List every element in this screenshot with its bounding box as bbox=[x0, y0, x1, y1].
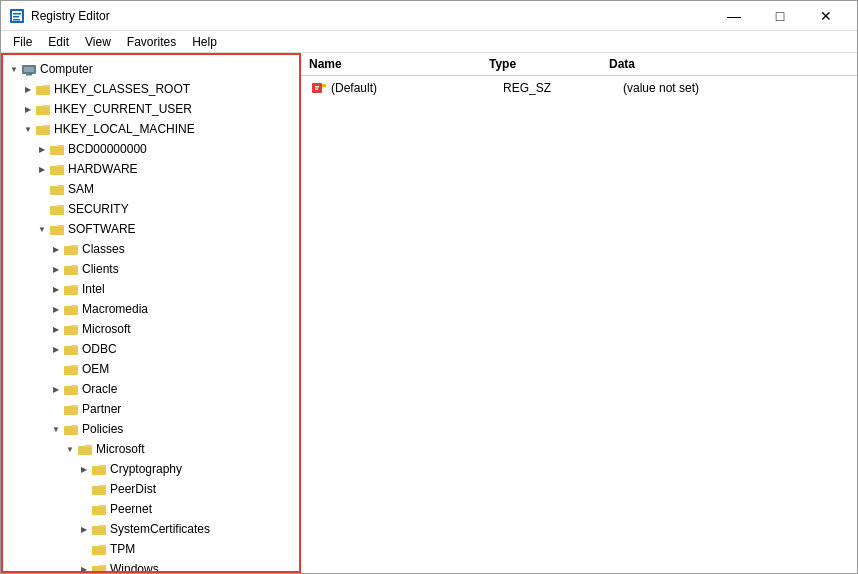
tree-item-peerdist[interactable]: PeerDist bbox=[3, 479, 299, 499]
expand-microsoft-sw[interactable]: ▶ bbox=[49, 322, 63, 336]
svg-rect-25 bbox=[64, 426, 78, 435]
tree-label-software: SOFTWARE bbox=[68, 222, 136, 236]
svg-rect-20 bbox=[64, 326, 78, 335]
tree-item-hkcu[interactable]: ▶ HKEY_CURRENT_USER bbox=[3, 99, 299, 119]
tree-item-windows[interactable]: ▶ Windows bbox=[3, 559, 299, 573]
tree-item-partner[interactable]: Partner bbox=[3, 399, 299, 419]
svg-rect-37 bbox=[315, 86, 319, 88]
tree-item-hardware[interactable]: ▶ HARDWARE bbox=[3, 159, 299, 179]
tree-label-peerdist: PeerDist bbox=[110, 482, 156, 496]
expand-windows[interactable]: ▶ bbox=[77, 562, 91, 573]
svg-rect-32 bbox=[92, 566, 106, 573]
left-pane[interactable]: ▼ Computer ▶ HKEY_CLASSES_ROOT bbox=[1, 53, 301, 573]
tree-label-clients: Clients bbox=[82, 262, 119, 276]
tree-label-oracle: Oracle bbox=[82, 382, 117, 396]
tree-item-systemcerts[interactable]: ▶ SystemCertificates bbox=[3, 519, 299, 539]
svg-rect-23 bbox=[64, 386, 78, 395]
registry-tree: ▼ Computer ▶ HKEY_CLASSES_ROOT bbox=[3, 55, 299, 573]
tree-label-tpm: TPM bbox=[110, 542, 135, 556]
expand-computer[interactable]: ▼ bbox=[7, 62, 21, 76]
folder-icon-software bbox=[49, 222, 65, 236]
svg-rect-38 bbox=[315, 89, 318, 91]
reg-entry-default[interactable]: (Default) REG_SZ (value not set) bbox=[303, 78, 855, 98]
tree-item-hklm[interactable]: ▼ HKEY_LOCAL_MACHINE bbox=[3, 119, 299, 139]
svg-rect-3 bbox=[13, 16, 19, 18]
menu-favorites[interactable]: Favorites bbox=[119, 33, 184, 51]
svg-rect-21 bbox=[64, 346, 78, 355]
expand-bcd[interactable]: ▶ bbox=[35, 142, 49, 156]
tree-item-cryptography[interactable]: ▶ Cryptography bbox=[3, 459, 299, 479]
expand-hklm[interactable]: ▼ bbox=[21, 122, 35, 136]
svg-rect-8 bbox=[36, 86, 50, 95]
svg-rect-19 bbox=[64, 306, 78, 315]
tree-item-intel[interactable]: ▶ Intel bbox=[3, 279, 299, 299]
tree-item-peernet[interactable]: Peernet bbox=[3, 499, 299, 519]
expand-pol-microsoft[interactable]: ▼ bbox=[63, 442, 77, 456]
tree-item-microsoft-sw[interactable]: ▶ Microsoft bbox=[3, 319, 299, 339]
expand-odbc[interactable]: ▶ bbox=[49, 342, 63, 356]
tree-label-intel: Intel bbox=[82, 282, 105, 296]
expand-policies[interactable]: ▼ bbox=[49, 422, 63, 436]
title-controls: — □ ✕ bbox=[711, 1, 849, 31]
tree-item-classes[interactable]: ▶ Classes bbox=[3, 239, 299, 259]
column-data: Data bbox=[609, 57, 849, 71]
tree-item-tpm[interactable]: TPM bbox=[3, 539, 299, 559]
expand-hardware[interactable]: ▶ bbox=[35, 162, 49, 176]
tree-label-classes: Classes bbox=[82, 242, 125, 256]
expand-macromedia[interactable]: ▶ bbox=[49, 302, 63, 316]
folder-icon-hklm bbox=[35, 122, 51, 136]
tree-item-security[interactable]: SECURITY bbox=[3, 199, 299, 219]
minimize-button[interactable]: — bbox=[711, 1, 757, 31]
tree-item-pol-microsoft[interactable]: ▼ Microsoft bbox=[3, 439, 299, 459]
svg-rect-10 bbox=[36, 126, 50, 135]
folder-icon-security bbox=[49, 202, 65, 216]
tree-item-clients[interactable]: ▶ Clients bbox=[3, 259, 299, 279]
menu-file[interactable]: File bbox=[5, 33, 40, 51]
expand-hkcr[interactable]: ▶ bbox=[21, 82, 35, 96]
tree-item-oracle[interactable]: ▶ Oracle bbox=[3, 379, 299, 399]
svg-rect-14 bbox=[50, 206, 64, 215]
tree-label-computer: Computer bbox=[40, 62, 93, 76]
svg-rect-17 bbox=[64, 266, 78, 275]
svg-rect-12 bbox=[50, 166, 64, 175]
tree-label-oem: OEM bbox=[82, 362, 109, 376]
tree-item-macromedia[interactable]: ▶ Macromedia bbox=[3, 299, 299, 319]
tree-label-hkcr: HKEY_CLASSES_ROOT bbox=[54, 82, 190, 96]
tree-item-computer[interactable]: ▼ Computer bbox=[3, 59, 299, 79]
title-bar-left: Registry Editor bbox=[9, 8, 110, 24]
tree-label-sam: SAM bbox=[68, 182, 94, 196]
tree-item-software[interactable]: ▼ SOFTWARE bbox=[3, 219, 299, 239]
svg-rect-2 bbox=[13, 13, 21, 15]
tree-item-oem[interactable]: OEM bbox=[3, 359, 299, 379]
tree-label-microsoft-sw: Microsoft bbox=[82, 322, 131, 336]
tree-item-policies[interactable]: ▼ Policies bbox=[3, 419, 299, 439]
expand-clients[interactable]: ▶ bbox=[49, 262, 63, 276]
tree-item-hkcr[interactable]: ▶ HKEY_CLASSES_ROOT bbox=[3, 79, 299, 99]
tree-item-odbc[interactable]: ▶ ODBC bbox=[3, 339, 299, 359]
expand-cryptography[interactable]: ▶ bbox=[77, 462, 91, 476]
app-icon bbox=[9, 8, 25, 24]
expand-software[interactable]: ▼ bbox=[35, 222, 49, 236]
column-name: Name bbox=[309, 57, 489, 71]
expand-oracle[interactable]: ▶ bbox=[49, 382, 63, 396]
expand-systemcerts[interactable]: ▶ bbox=[77, 522, 91, 536]
folder-icon-hardware bbox=[49, 162, 65, 176]
close-button[interactable]: ✕ bbox=[803, 1, 849, 31]
svg-rect-7 bbox=[26, 74, 32, 76]
tree-item-bcd[interactable]: ▶ BCD00000000 bbox=[3, 139, 299, 159]
expand-hkcu[interactable]: ▶ bbox=[21, 102, 35, 116]
folder-icon-systemcerts bbox=[91, 522, 107, 536]
menu-help[interactable]: Help bbox=[184, 33, 225, 51]
expand-classes[interactable]: ▶ bbox=[49, 242, 63, 256]
folder-icon-classes bbox=[63, 242, 79, 256]
folder-icon-tpm bbox=[91, 542, 107, 556]
expand-intel[interactable]: ▶ bbox=[49, 282, 63, 296]
computer-icon bbox=[21, 62, 37, 76]
maximize-button[interactable]: □ bbox=[757, 1, 803, 31]
folder-icon-bcd bbox=[49, 142, 65, 156]
tree-item-sam[interactable]: SAM bbox=[3, 179, 299, 199]
svg-rect-16 bbox=[64, 246, 78, 255]
menu-view[interactable]: View bbox=[77, 33, 119, 51]
right-header: Name Type Data bbox=[301, 53, 857, 76]
menu-edit[interactable]: Edit bbox=[40, 33, 77, 51]
